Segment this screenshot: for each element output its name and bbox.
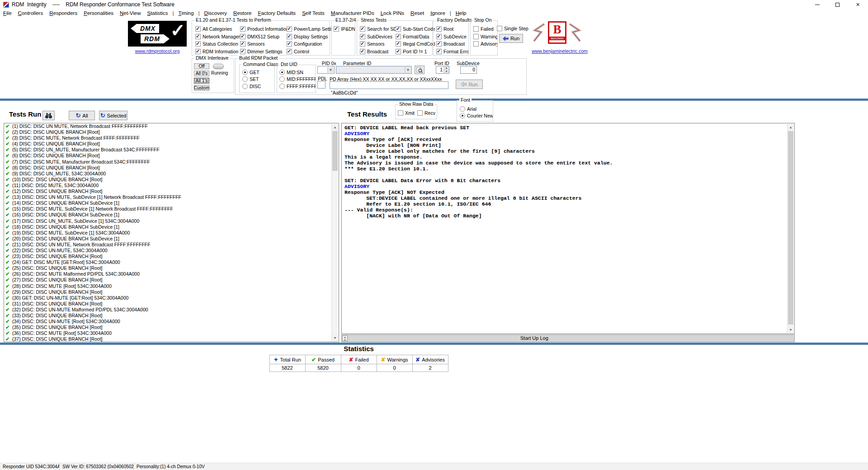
find-test-button[interactable] [42,111,55,120]
menu-item-timing[interactable]: Timing [175,10,197,16]
checkbox-product-information[interactable]: Product Information [240,25,287,33]
test-run-row[interactable]: ✔(4) DISC: DISC UNIQUE BRANCH [Root] [4,141,339,147]
checkbox-xmit[interactable]: Xmit [398,109,417,117]
menu-item-manufacturer-pids[interactable]: Manufacturer PIDs [328,10,377,16]
test-run-row[interactable]: ✔(27) DISC: DISC UNIQUE BRANCH [Root] [4,277,339,283]
test-run-row[interactable]: ✔(25) DISC: DISC UNIQUE BRANCH [Root] [4,265,339,271]
test-run-row[interactable]: ✔(32) DISC: DISC UN-MUTE Malformed PD/PD… [4,307,339,313]
checkbox-display-settings[interactable]: Display Settings [287,33,332,41]
radio-arial[interactable]: Arial [460,105,493,113]
test-run-row[interactable]: ✔(14) DISC: DISC UNIQUE BRANCH SubDevice… [4,200,339,206]
run-button[interactable]: Run [499,34,523,43]
test-run-row[interactable]: ✔(22) DISC: DISC UN-MUTE, 534C:3004A000 [4,248,339,254]
checkbox-broadcast[interactable]: Broadcast [360,48,396,56]
test-run-row[interactable]: ✔(10) DISC: DISC UNIQUE BRANCH [Root] [4,177,339,183]
checkbox-root[interactable]: Root [436,25,468,33]
test-run-row[interactable]: ✔(20) DISC: DISC UNIQUE BRANCH SubDevice… [4,236,339,242]
spinner-buttons[interactable]: ▲▼ [443,66,449,73]
dmx-interleave-off-button[interactable]: Off [194,63,209,69]
checkbox-broadcast[interactable]: Broadcast [436,40,468,48]
checkbox-control[interactable]: Control [287,48,332,56]
menu-item-responders[interactable]: Responders [46,10,80,16]
checkbox-dimmer-settings[interactable]: Dimmer Settings [240,48,287,56]
radio-ffff-ffffffff[interactable]: FFFF:FFFFFFFF [279,83,316,90]
minimize-button[interactable] [807,0,827,9]
test-run-row[interactable]: ✔(21) DISC: DISC UN MUTE, Network Broadc… [4,242,339,248]
test-run-row[interactable]: ✔(5) DISC: DISC UN_MUTE, Manufacturer Br… [4,147,339,153]
parameter-id-combo[interactable]: ▼ [336,66,412,74]
pid-search-button[interactable] [415,66,425,74]
checkbox-subdevice[interactable]: SubDevice [436,33,468,41]
menu-item-restore[interactable]: Restore [230,10,255,16]
scroll-thumb[interactable] [332,131,338,171]
menu-item-factory-defaults[interactable]: Factory Defaults [255,10,299,16]
checkbox-sub-start-code[interactable]: Sub-Start Code [396,25,435,33]
radio-get[interactable]: GET [242,69,261,76]
test-run-row[interactable]: ✔(3) DISC: DISC MUTE, Network Broadcast … [4,135,339,141]
checkbox-failed[interactable]: Failed [473,25,497,33]
checkbox-sensors[interactable]: Sensors [240,40,287,48]
test-run-row[interactable]: ✔(15) DISC: DISC MUTE, SubDevice [1] Net… [4,206,339,212]
checkbox-format-error[interactable]: Format Error [436,48,468,56]
close-button[interactable]: × [848,0,868,9]
test-run-row[interactable]: ✔(35) DISC: DISC UNIQUE BRANCH [Root] [4,324,339,330]
rerun-all-button[interactable]: ↻ All [69,111,95,120]
tests-scrollbar[interactable]: ▲ ▼ [331,124,338,341]
pid-combo[interactable]: ▼ [317,66,335,74]
test-run-row[interactable]: ✔(16) DISC: DISC UNIQUE BRANCH SubDevice… [4,212,339,218]
test-run-row[interactable]: ✔(30) GET: DISC UN-MUTE [GET:Root] 534C:… [4,295,339,301]
test-run-row[interactable]: ✔(6) DISC: DISC UNIQUE BRANCH [Root] [4,153,339,159]
test-run-row[interactable]: ✔(13) DISC: DISC UN MUTE, SubDevice [1] … [4,194,339,200]
test-run-row[interactable]: ✔(19) DISC: DISC MUTE, SubDevice [1] 534… [4,230,339,236]
test-run-row[interactable]: ✔(12) DISC: DISC UNIQUE BRANCH [Root] [4,188,339,194]
dmx-interleave-all-0-s-button[interactable]: All 0's [194,70,209,76]
checkbox-warning[interactable]: Warning [473,33,497,41]
test-run-row[interactable]: ✔(7) DISC: DISC MUTE, Manufacturer Broad… [4,159,339,165]
menu-item-reset[interactable]: Reset [407,10,427,16]
radio-courier-new[interactable]: Courier New [460,113,493,120]
checkbox-port-id-1[interactable]: Port ID != 1 [396,48,435,56]
checkbox-status-collection[interactable]: Status Collection [195,40,240,48]
checkbox-recv[interactable]: Recv [417,109,437,117]
test-run-row[interactable]: ✔(1) DISC: DISC UN MUTE, Network Broadca… [4,123,339,129]
radio-mid-sn[interactable]: MID:SN [279,69,316,76]
subdevice-input[interactable]: 0 [460,66,477,74]
build-packet-run-button[interactable]: Run [456,80,483,89]
test-run-row[interactable]: ✔(23) DISC: DISC UNIQUE BRANCH [Root] [4,254,339,259]
test-run-row[interactable]: ✔(37) DISC: DISC UNIQUE BRANCH [Root] [4,336,339,342]
checkbox-dmx512-setup[interactable]: DMX512 Setup [240,33,287,41]
scroll-down-icon[interactable]: ▼ [788,326,794,333]
checkbox-illegal-cmdcode[interactable]: Illegal CmdCode [396,40,435,48]
checkbox-network-management[interactable]: Network Management [195,33,240,41]
test-run-row[interactable]: ✔(2) DISC: DISC UNIQUE BRANCH [Root] [4,129,339,135]
test-run-row[interactable]: ✔(9) DISC: DISC UN_MUTE, 534C:3004A000 [4,171,339,177]
checkbox-all-categories[interactable]: All Categories [195,25,240,33]
menu-item-discovery[interactable]: Discovery [201,10,231,16]
menu-item-statistics[interactable]: Statistics [144,10,171,16]
port-id-spinner[interactable]: 1 ▲▼ [436,66,449,74]
test-run-row[interactable]: ✔(17) DISC: DISC UN_MUTE, SubDevice [1] … [4,218,339,224]
results-scrollbar[interactable]: ▲ ▼ [787,124,794,333]
radio-disc[interactable]: DISC [242,83,261,90]
scroll-thumb[interactable] [788,131,793,324]
scroll-up-icon[interactable]: ▲ [332,124,338,131]
scroll-down-icon[interactable]: ▼ [332,334,338,341]
checkbox-sensors[interactable]: Sensors [360,40,396,48]
benjamin-electric-link[interactable]: www.benjaminelectric.com [531,48,588,54]
checkbox-power-lamp-settings[interactable]: Power/Lamp Settings [287,25,332,33]
test-run-row[interactable]: ✔(24) GET: DISC MUTE [GET:Root] 534C:300… [4,259,339,265]
rerun-selected-button[interactable]: ↻ Selected [99,111,127,120]
test-run-row[interactable]: ✔(8) DISC: DISC UNIQUE BRANCH [Root] [4,165,339,171]
checkbox-single-step[interactable]: Single Step [497,26,528,31]
maximize-button[interactable] [827,0,848,9]
dmx-interleave-all-1-s-button[interactable]: All 1's [194,78,209,84]
checkbox-ip-dns[interactable]: IP&DNS [334,25,355,33]
rdm-protocol-link[interactable]: www.rdmprotocol.org [128,48,187,54]
menu-item-file[interactable]: File [0,10,15,16]
test-run-row[interactable]: ✔(26) DISC: DISC MUTE Malformed PD/PDL 5… [4,271,339,277]
test-run-row[interactable]: ✔(33) DISC: DISC UNIQUE BRANCH [Root] [4,313,339,319]
checkbox-rdm-information[interactable]: RDM Information [195,48,240,56]
checkbox-configuration[interactable]: Configuration [287,40,332,48]
test-run-row[interactable]: ✔(34) DISC: DISC UN-MUTE [Root] 534C:300… [4,319,339,324]
test-run-row[interactable]: ✔(28) DISC: DISC MUTE [Root] 534C:3004A0… [4,283,339,289]
